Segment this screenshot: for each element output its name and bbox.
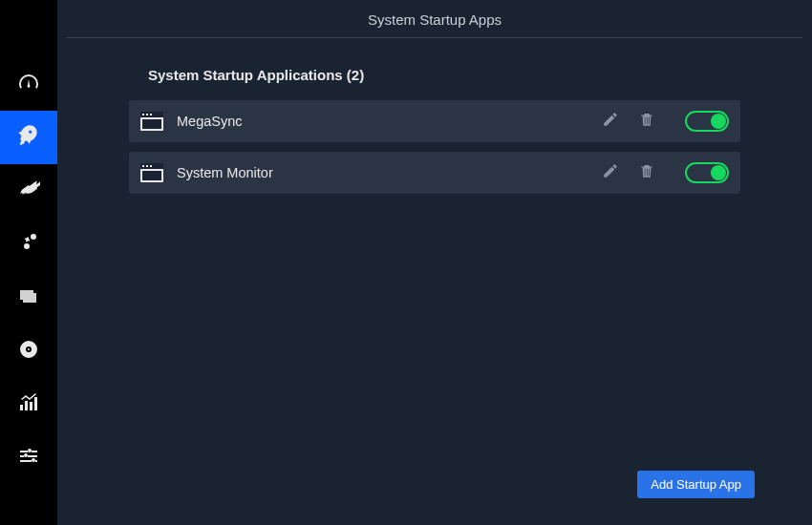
trash-icon	[638, 111, 655, 132]
broom-icon	[17, 178, 40, 204]
sidebar-item-services[interactable]	[0, 218, 57, 271]
packages-icon	[17, 284, 40, 311]
startup-app-row: MegaSync	[129, 100, 740, 142]
sidebar-item-resources[interactable]	[0, 378, 57, 431]
sidebar-item-cleaner[interactable]	[0, 164, 57, 218]
main-content: System Startup Apps System Startup Appli…	[57, 0, 812, 525]
delete-button[interactable]	[635, 110, 658, 133]
sidebar-item-packages[interactable]	[0, 271, 57, 325]
sidebar-item-startup[interactable]	[0, 111, 57, 164]
add-startup-app-button[interactable]: Add Startup App	[637, 471, 755, 498]
edit-button[interactable]	[599, 161, 622, 184]
trash-icon	[638, 162, 655, 183]
startup-app-list: MegaSync System Monitor	[67, 100, 802, 194]
svg-rect-10	[150, 165, 152, 167]
pencil-icon	[602, 111, 619, 132]
rocket-icon	[16, 123, 41, 152]
sidebar	[0, 0, 57, 525]
disk-icon	[17, 338, 40, 365]
svg-rect-11	[142, 171, 161, 180]
edit-button[interactable]	[599, 110, 622, 133]
app-name-label: MegaSync	[177, 114, 586, 129]
sidebar-item-disk[interactable]	[0, 325, 57, 378]
page-title: System Startup Apps	[67, 11, 802, 37]
toggle-knob	[711, 165, 726, 180]
section-header: System Startup Applications (2)	[67, 67, 802, 83]
toggle-knob	[711, 114, 726, 129]
window-icon	[140, 112, 163, 131]
sidebar-item-settings[interactable]	[0, 431, 57, 485]
gears-icon	[17, 231, 40, 258]
enable-toggle[interactable]	[685, 111, 729, 132]
svg-rect-4	[150, 114, 152, 116]
window-icon	[140, 163, 163, 182]
gauge-icon	[17, 71, 40, 97]
svg-rect-8	[142, 165, 144, 167]
divider	[67, 37, 802, 38]
svg-rect-5	[142, 119, 161, 129]
svg-rect-9	[146, 165, 148, 167]
app-name-label: System Monitor	[177, 165, 586, 180]
startup-app-row: System Monitor	[129, 152, 740, 194]
chart-icon	[17, 391, 40, 418]
pencil-icon	[602, 162, 619, 183]
enable-toggle[interactable]	[685, 162, 729, 183]
svg-rect-3	[146, 114, 148, 116]
sidebar-item-dashboard[interactable]	[0, 57, 57, 111]
delete-button[interactable]	[635, 161, 658, 184]
sliders-icon	[17, 445, 40, 472]
svg-rect-2	[142, 114, 144, 116]
